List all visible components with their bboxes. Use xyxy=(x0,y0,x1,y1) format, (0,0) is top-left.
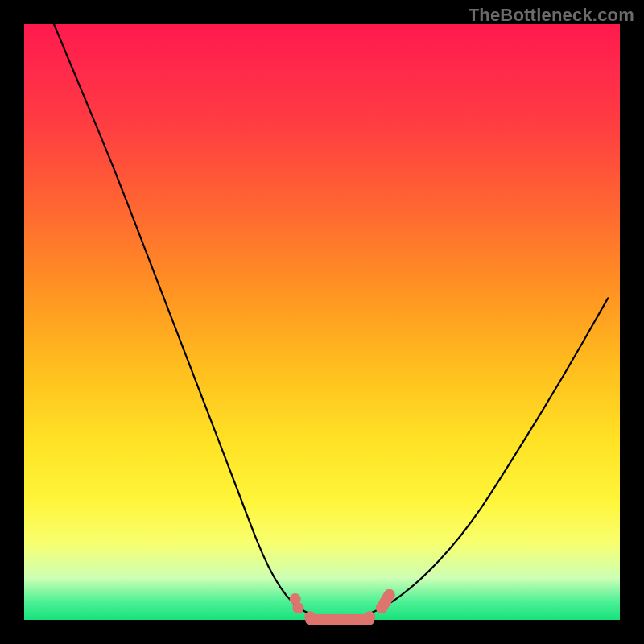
watermark-text: TheBottleneck.com xyxy=(469,5,634,26)
bottleneck-curve xyxy=(54,24,608,620)
chart-overlay-svg xyxy=(24,24,620,620)
curve-marker xyxy=(384,589,395,601)
curve-marker xyxy=(292,602,303,613)
chart-frame: TheBottleneck.com xyxy=(0,0,644,644)
curve-marker xyxy=(364,611,375,622)
curve-markers xyxy=(290,589,395,625)
